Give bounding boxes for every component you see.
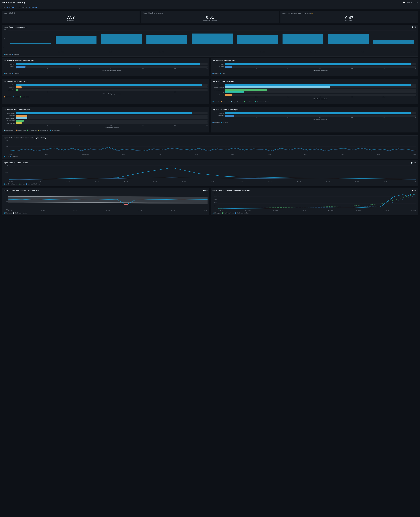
ingest-trend-panel: Ingest Trend - sourcecategory 🕐 -7D 10G … — [2, 25, 418, 57]
bar-label-http: Http Input — [4, 66, 15, 67]
bar-row-sedemo: sedemo — [212, 66, 416, 68]
tvsy-x-labels: 20:00 22:00 00:00 Dec 31 02:00 04:00 06:… — [4, 154, 416, 155]
metric-ingest-per-minute: Ingest - billedBytes per minute 0.01 Gby… — [141, 11, 279, 23]
page-header: Data Volume - Tracing 🕐 -24h ↻ ▽ ⚙ — [0, 0, 420, 5]
top5-service-panel: Top 5 Service by billedBytes accounts pa… — [210, 79, 418, 104]
metric-title-1: Ingest - billedBytes per minute — [143, 12, 277, 14]
settings-icon[interactable]: ⚙ — [417, 1, 418, 3]
top5-source-name-panel: Top 5 source Name by billedBytes Unknown… — [210, 107, 418, 132]
svg-rect-4 — [56, 36, 96, 44]
top5-source-categories-panel: Top 5 Source Categories by billedBytes U… — [2, 58, 210, 76]
clock-icon: 🕐 — [403, 1, 405, 3]
tab-billed-bytes[interactable]: billedBytes — [6, 6, 16, 9]
ingest-trend-title: Ingest Trend - sourcecategory 🕐 -7D — [4, 26, 416, 28]
main-content: Ingest - billedBytes 7.57 Gbytes/Million… — [0, 9, 420, 220]
clock-icon-trend: 🕐 — [412, 26, 413, 28]
source-cat-axis-title: Billion billedBytes per minute — [4, 70, 208, 71]
ingest-trend-svg — [8, 29, 416, 45]
svg-rect-5 — [101, 34, 142, 44]
metric-unit-1: Gbytes/Million per minute — [143, 20, 277, 21]
metrics-row: Ingest - billedBytes 7.57 Gbytes/Million… — [2, 11, 418, 23]
tvsy-chart-area — [9, 140, 416, 153]
row-source-categories-sources: Top 5 Source Categories by billedBytes U… — [2, 58, 418, 77]
top5-collectors-panel: Top 5 Collectors by billedBytes sedemo A… — [2, 79, 210, 104]
svg-rect-11 — [373, 40, 414, 44]
metric-value-1: 0.01 — [143, 15, 277, 20]
top5-hosts-title: Top 5 source Hosts by billedBytes — [4, 109, 208, 110]
ingest-prediction-title: Ingest Prediction - sourcecategory by bi… — [212, 190, 416, 191]
legend-dot-cyan — [4, 54, 5, 55]
metric-title-0: Ingest - billedBytes — [4, 12, 138, 14]
svg-rect-3 — [10, 43, 51, 44]
trend-y-labels: 10G 5G 0 — [4, 29, 6, 48]
today-vs-yesterday-title: Ingest Today vs Yesterday - sourcecatego… — [4, 137, 416, 139]
top5-collectors-chart: sedemo Arun Rum wozsedemo — [4, 83, 208, 95]
bar-track-sedemo — [225, 66, 416, 68]
today-vs-yesterday-panel: Ingest Today vs Yesterday - sourcecatego… — [2, 135, 418, 159]
prediction-chart — [218, 192, 416, 210]
bar-fill-traces — [225, 63, 411, 65]
outlier-chart — [8, 192, 208, 210]
tracing-label: TracingView — [19, 7, 27, 8]
bar-track-http — [16, 66, 208, 68]
bottom-row: Ingest Outlier - sourcecategory by bille… — [2, 188, 418, 217]
svg-rect-10 — [328, 34, 369, 44]
filter-icon[interactable]: ▽ — [414, 1, 415, 3]
sources-legend: sedemo traces — [212, 73, 416, 74]
tvsy-y-labels: 100M 50M 0 — [4, 140, 416, 153]
warning-icon: ⚠ — [311, 12, 313, 14]
tabs-bar: Unit billedBytes TracingView sourcecateg… — [0, 5, 420, 9]
bar-track-traces — [225, 63, 416, 65]
ingest-trend-legend: Http Input Unknown — [4, 53, 416, 55]
bar-row-traces: traces — [212, 63, 416, 65]
source-cat-axis-labels: 0 1M 2M 3M 4M 5M 6M — [4, 68, 208, 69]
row-hosts-sourcename: Top 5 source Hosts by billedBytes 52.24.… — [2, 107, 418, 134]
refresh-icon[interactable]: ↻ — [411, 1, 412, 3]
top5-service-title: Top 5 Service by billedBytes — [212, 80, 416, 82]
spike-chart-area — [9, 165, 416, 181]
time-range-label[interactable]: -24h — [406, 2, 410, 3]
bar-row-unknown: Unknown — [4, 63, 208, 65]
bar-label-sedemo: sedemo — [212, 66, 224, 67]
service-axis-title: billedBytes per minute — [212, 98, 416, 100]
top5-source-name-title: Top 5 source Name by billedBytes — [212, 109, 416, 110]
row-collectors-service: Top 5 Collectors by billedBytes sedemo A… — [2, 79, 418, 106]
bar-fill-unknown — [16, 63, 200, 65]
y-label-5g: 5G — [4, 38, 6, 39]
top5-source-categories-title: Top 5 Source Categories by billedBytes — [4, 60, 208, 61]
svg-point-22 — [124, 204, 128, 205]
metric-title-2: Ingest Predictions - billedBytes for Nex… — [282, 12, 416, 14]
top5-sources-panel: Top 5 Sources by billedBytes traces sede… — [210, 58, 418, 76]
y-label-10g: 10G — [4, 29, 6, 30]
bar-row-http: Http Input — [4, 66, 208, 68]
trend-x-labels: Dec 24 21 Dec 25 21 Dec 26 21 Dec 27 21 … — [4, 51, 416, 53]
metric-value-2: 0.47 — [282, 15, 416, 20]
svg-rect-9 — [283, 34, 323, 44]
top5-collectors-title: Top 5 Collectors by billedBytes — [4, 80, 208, 82]
page-title: Data Volume - Tracing — [2, 1, 25, 4]
svg-rect-6 — [146, 35, 187, 44]
legend-http-input: Http Input — [4, 53, 11, 55]
top5-sources-title: Top 5 Sources by billedBytes — [212, 60, 416, 61]
tab-sourcecategory[interactable]: sourcecategory — [28, 6, 42, 9]
bar-label-unknown: Unknown — [4, 63, 15, 65]
legend-label-http: Http Input — [5, 53, 11, 55]
metric-ingest-prediction: Ingest Predictions - billedBytes for Nex… — [280, 11, 418, 23]
ingest-trend-wrapper: 10G 5G 0 — [4, 29, 416, 51]
unit-label: Unit — [2, 7, 5, 8]
y-label-0: 0 — [4, 47, 6, 48]
svg-rect-8 — [237, 35, 278, 44]
legend-unknown: Unknown — [12, 53, 20, 55]
ingest-outlier-panel: Ingest Outlier - sourcecategory by bille… — [2, 188, 210, 215]
ingest-trend-chart: 10G 5G 0 — [4, 29, 416, 53]
sources-axis-labels: 0 1M 2M 3M 4M 5M 6M — [212, 68, 416, 69]
ingest-outlier-title: Ingest Outlier - sourcecategory by bille… — [4, 190, 208, 191]
metric-ingest-billed-bytes: Ingest - billedBytes 7.57 Gbytes/Million — [2, 11, 140, 23]
bar-fill-http — [16, 66, 25, 68]
clock-icon-spike: 🕐 — [411, 162, 412, 164]
ingest-trend-time: 🕐 -7D — [412, 26, 416, 28]
ingest-spike-title: Ingest Spike of Last billedBytes 🕐 -30D — [4, 162, 416, 164]
svg-rect-7 — [192, 33, 232, 44]
source-cat-legend: Http Input Unknown — [4, 73, 208, 74]
metric-value-0: 7.57 — [4, 15, 138, 20]
